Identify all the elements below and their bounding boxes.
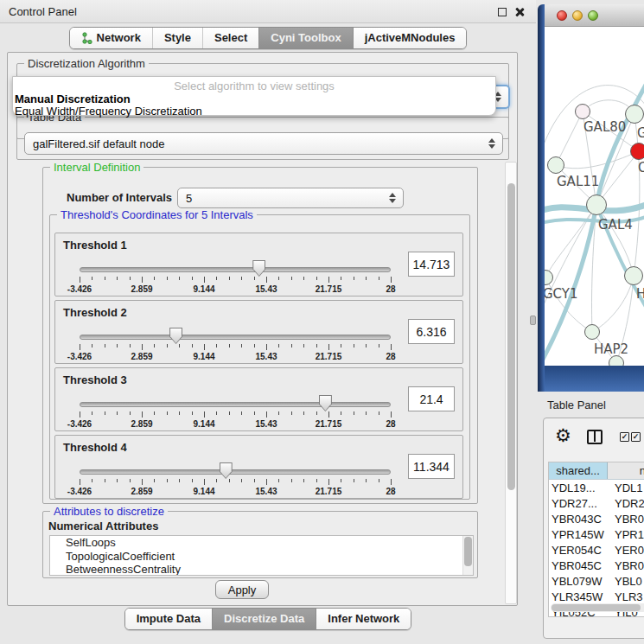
network-node-label: GAL4 xyxy=(598,217,633,233)
panel-scrollbar-thumb[interactable] xyxy=(507,183,515,490)
table-row[interactable]: YBR043CYBR0 xyxy=(549,511,644,526)
tick-label: -3.426 xyxy=(67,284,92,294)
tab-cyni-toolbox-label: Cyni Toolbox xyxy=(271,31,341,44)
dropdown-option-equal-width-frequency[interactable]: Equal Width/Frequency Discretization xyxy=(15,105,202,118)
tick-label: -3.426 xyxy=(67,352,92,361)
threshold-slider-thumb[interactable] xyxy=(319,395,332,411)
zoom-traffic-light[interactable] xyxy=(588,10,598,21)
control-panel: Control Panel Network Style Select Cyni … xyxy=(0,0,536,644)
threshold-value-field[interactable]: 14.713 xyxy=(408,252,455,277)
minimize-traffic-light[interactable] xyxy=(572,10,583,21)
tick-mark xyxy=(154,411,155,415)
list-item[interactable]: BetweennessCentrality xyxy=(50,563,473,576)
apply-button[interactable]: Apply xyxy=(215,580,269,599)
cell-name: YBR0 xyxy=(609,511,644,526)
number-of-intervals-combobox[interactable]: 5 xyxy=(177,188,404,208)
network-node[interactable] xyxy=(624,266,643,285)
tick-mark xyxy=(291,277,292,280)
panel-splitter-handle[interactable] xyxy=(530,316,536,325)
threshold-slider-thumb[interactable] xyxy=(169,328,182,344)
threshold-value-field[interactable]: 21.4 xyxy=(408,386,455,411)
threshold-slider-track[interactable] xyxy=(80,335,391,340)
gear-icon[interactable]: ⚙ xyxy=(555,426,571,444)
tick-mark xyxy=(366,411,367,415)
column-header-shared-name[interactable]: shared... xyxy=(549,462,608,479)
threshold-slider-thumb[interactable] xyxy=(220,462,233,479)
tab-style[interactable]: Style xyxy=(152,28,202,48)
table-horizontal-scrollbar[interactable] xyxy=(551,603,644,612)
tick-mark xyxy=(229,277,230,280)
attributes-scrollbar-thumb[interactable] xyxy=(464,537,472,566)
network-canvas[interactable]: GAL80GACGAL11GAL4GCY1HHAP2 xyxy=(545,27,644,366)
table-row[interactable]: YDL19...YDL1 xyxy=(549,480,644,495)
close-icon[interactable] xyxy=(514,7,525,17)
tab-select[interactable]: Select xyxy=(202,28,258,48)
table-row[interactable]: YBR045CYBR0 xyxy=(549,558,644,573)
tick-mark xyxy=(354,277,354,280)
tab-jactivemnodules[interactable]: jActiveMNodules xyxy=(353,28,467,48)
table-row[interactable]: YBL079WYBL0 xyxy=(549,573,644,589)
tick-mark xyxy=(192,344,193,348)
tick-mark xyxy=(142,344,143,350)
threshold-value-field[interactable]: 6.316 xyxy=(408,319,455,344)
numerical-attributes-list[interactable]: SelfLoopsTopologicalCoefficientBetweenne… xyxy=(49,535,474,576)
float-window-icon[interactable] xyxy=(498,8,507,16)
table-panel: ⚙ ✓ ✓ shared... n YDL19...YDL1YDR27...YD… xyxy=(543,418,644,639)
list-item[interactable]: SelfLoops xyxy=(50,536,473,550)
node-table[interactable]: shared... n YDL19...YDL1YDR27...YDR2YBR0… xyxy=(548,462,644,617)
tick-mark xyxy=(391,411,392,418)
table-row[interactable]: YLR345WYLR3 xyxy=(549,589,644,604)
tab-impute-data[interactable]: Impute Data xyxy=(125,609,212,629)
network-node[interactable] xyxy=(547,156,564,174)
dropdown-option-manual-discretization[interactable]: Manual Discretization xyxy=(15,92,131,105)
column-header-name[interactable]: n xyxy=(608,462,644,479)
threshold-label: Threshold 3 xyxy=(63,373,127,386)
threshold-slider-thumb[interactable] xyxy=(252,260,265,277)
threshold-slider-track[interactable] xyxy=(80,402,391,407)
tick-mark xyxy=(291,344,292,348)
threshold-value-field[interactable]: 11.344 xyxy=(408,454,455,479)
list-item[interactable]: TopologicalCoefficient xyxy=(50,550,473,564)
tick-mark xyxy=(167,277,168,280)
columns-icon[interactable] xyxy=(587,430,603,444)
table-hscrollbar-thumb[interactable] xyxy=(552,604,641,611)
table-row[interactable]: YDR27...YDR2 xyxy=(549,495,644,511)
tick-mark xyxy=(303,479,304,482)
attr-items: SelfLoopsTopologicalCoefficientBetweenne… xyxy=(50,536,473,576)
tick-label: 15.43 xyxy=(255,487,277,496)
threshold-label: Threshold 4 xyxy=(63,441,127,454)
tab-infer-network[interactable]: Infer Network xyxy=(316,609,411,629)
slider-ticks: -3.4262.8599.14415.4321.71528 xyxy=(80,411,391,430)
table-data-combobox[interactable]: galFiltered.sif default node xyxy=(24,132,503,155)
threshold-slider-track[interactable] xyxy=(80,267,391,272)
checkbox-icon[interactable]: ✓ xyxy=(620,432,629,442)
table-panel-header: Table Panel xyxy=(538,393,644,417)
checkbox-icon[interactable]: ✓ xyxy=(631,432,641,442)
close-traffic-light[interactable] xyxy=(557,10,567,21)
network-node[interactable] xyxy=(575,104,590,119)
table-row[interactable]: YPR145WYPR1 xyxy=(549,526,644,542)
table-data-value: galFiltered.sif default node xyxy=(33,137,164,150)
attributes-scrollbar[interactable] xyxy=(462,536,473,575)
slider-ticks: -3.4262.8599.14415.4321.71528 xyxy=(80,344,391,363)
tick-mark xyxy=(341,411,341,415)
table-header-row: shared... n xyxy=(549,462,644,480)
tab-network[interactable]: Network xyxy=(70,28,152,48)
threshold-group: Threshold 4-3.4262.8599.14415.4321.71528… xyxy=(54,435,463,499)
tick-mark xyxy=(328,479,329,485)
network-node[interactable] xyxy=(586,194,607,215)
threshold-slider-track[interactable] xyxy=(80,469,391,475)
panel-scrollbar[interactable] xyxy=(505,162,517,604)
number-of-intervals-value: 5 xyxy=(186,192,192,205)
network-node[interactable] xyxy=(630,143,644,160)
tab-cyni-toolbox[interactable]: Cyni Toolbox xyxy=(258,28,352,48)
tick-label: 15.43 xyxy=(255,352,277,361)
network-window-titlebar[interactable] xyxy=(545,4,644,27)
network-node[interactable] xyxy=(584,324,600,340)
tick-mark xyxy=(379,344,379,348)
table-row[interactable]: YER054CYER0 xyxy=(549,542,644,558)
network-node[interactable] xyxy=(625,105,644,124)
tick-mark xyxy=(229,344,230,348)
tick-mark xyxy=(192,277,193,280)
tab-discretize-data[interactable]: Discretize Data xyxy=(212,609,316,629)
